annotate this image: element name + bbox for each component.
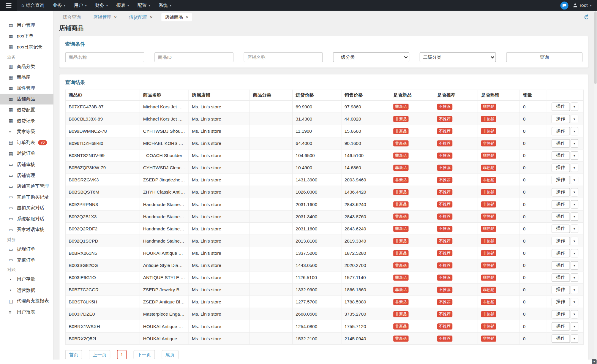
refresh-button[interactable] [584, 14, 589, 20]
sidebar-item[interactable]: ≡ 用户报表 [0, 307, 53, 318]
action-button[interactable]: 操作 [552, 139, 570, 147]
action-button[interactable]: 操作 [552, 249, 570, 257]
sidebar-item[interactable]: ▦ pos下单 [0, 31, 53, 42]
action-button[interactable]: 操作 [552, 163, 570, 172]
action-button[interactable]: 操作 [552, 127, 570, 135]
action-button[interactable]: 操作 [552, 151, 570, 159]
nav-item[interactable]: 系统 ▾ [154, 0, 176, 11]
action-dropdown-button[interactable]: ▾ [571, 163, 578, 172]
close-icon[interactable]: × [150, 15, 153, 19]
nav-item[interactable]: 财务 ▾ [91, 0, 112, 11]
nav-item[interactable]: 用户 ▾ [70, 0, 91, 11]
tab-store-products[interactable]: 店铺商品 × [161, 13, 192, 21]
sidebar-item[interactable]: ▥ 商品分类 [0, 61, 53, 72]
category1-select[interactable]: 一级分类 [333, 52, 409, 62]
action-button[interactable]: 操作 [552, 102, 570, 111]
nav-item[interactable]: ⌂ 综合查询 [17, 0, 49, 11]
pagination-current-page[interactable]: 1 [117, 350, 127, 359]
user-menu[interactable]: root ▾ [573, 3, 592, 8]
action-dropdown-button[interactable]: ▾ [571, 139, 578, 147]
sidebar-item[interactable]: ▦ 商品库 [0, 72, 53, 83]
sidebar-item[interactable]: ◔ 用户存量 [0, 274, 53, 285]
scroll-down-button[interactable]: ▼ [592, 359, 597, 364]
category2-select[interactable]: 二级分类 [420, 52, 496, 62]
action-dropdown-button[interactable]: ▾ [571, 212, 578, 221]
action-button[interactable]: 操作 [552, 322, 570, 330]
scrollbar-thumb[interactable] [594, 12, 597, 84]
action-button[interactable]: 操作 [552, 224, 570, 233]
nav-item[interactable]: 配置 ▾ [133, 0, 154, 11]
action-dropdown-button[interactable]: ▾ [571, 115, 578, 123]
sidebar-item[interactable]: ▭ 店铺管理 [0, 170, 53, 181]
pagination-next-button[interactable]: 下一页 [133, 350, 155, 359]
sidebar-item[interactable]: ▭ 充值订单 [0, 255, 53, 266]
action-button[interactable]: 操作 [552, 297, 570, 306]
search-button[interactable]: 查询 [506, 52, 582, 62]
action-button[interactable]: 操作 [552, 212, 570, 221]
action-dropdown-button[interactable]: ▾ [571, 285, 578, 294]
sidebar-item[interactable]: ▦ 店铺商品 [0, 94, 53, 105]
sidebar-item[interactable]: ▤ 退货订单 [0, 148, 53, 159]
chat-button[interactable] [560, 1, 568, 9]
tab-store-management[interactable]: 店铺管理 × [90, 13, 120, 21]
action-dropdown-button[interactable]: ▾ [571, 127, 578, 135]
action-button[interactable]: 操作 [552, 237, 570, 245]
sidebar-item[interactable]: ◔ 运营数据 [0, 285, 53, 296]
action-dropdown-button[interactable]: ▾ [571, 224, 578, 233]
action-dropdown-button[interactable]: ▾ [571, 188, 578, 196]
store-name-input[interactable] [244, 52, 323, 62]
sidebar-item[interactable]: ▭ 店铺直通车管理 [0, 181, 53, 192]
sidebar-item[interactable]: ▦ 属性管理 [0, 83, 53, 94]
scrollbar[interactable] [594, 11, 597, 360]
action-button[interactable]: 操作 [552, 285, 570, 294]
action-dropdown-button[interactable]: ▾ [571, 297, 578, 306]
action-button[interactable]: 操作 [552, 310, 570, 318]
action-dropdown-button[interactable]: ▾ [571, 237, 578, 245]
action-dropdown-button[interactable]: ▾ [571, 151, 578, 159]
product-id-input[interactable] [154, 52, 233, 62]
pagination-prev-button[interactable]: 上一页 [89, 350, 110, 359]
pagination-first-button[interactable]: 首页 [65, 350, 82, 359]
action-dropdown-button[interactable]: ▾ [571, 261, 578, 269]
close-icon[interactable]: × [114, 15, 117, 19]
action-button[interactable]: 操作 [552, 188, 570, 196]
sidebar-item[interactable]: ▭ 系统客服对话 [0, 213, 53, 224]
product-name-input[interactable] [65, 52, 144, 62]
is-new-cell: 非新品 [390, 284, 434, 296]
action-dropdown-button[interactable]: ▾ [571, 200, 578, 208]
action-button[interactable]: 操作 [552, 200, 570, 208]
action-dropdown-button[interactable]: ▾ [571, 322, 578, 330]
sidebar-item[interactable]: ▦ 借贷配置 [0, 105, 53, 115]
action-button[interactable]: 操作 [552, 175, 570, 184]
action-dropdown-button[interactable]: ▾ [571, 273, 578, 281]
column-header: 商品分类 [250, 90, 293, 100]
action-button[interactable]: 操作 [552, 261, 570, 269]
sidebar-item[interactable]: ▭ 提现订单 [0, 244, 53, 255]
tab-loan-config[interactable]: 借贷配置 × [126, 13, 156, 21]
tab-overview[interactable]: 综合查询 [59, 13, 84, 21]
sidebar-item[interactable]: ▭ 买家对话审核 [0, 224, 53, 235]
nav-item[interactable]: 业务 ▾ [48, 0, 70, 11]
action-dropdown-button[interactable]: ▾ [571, 249, 578, 257]
action-dropdown-button[interactable]: ▾ [571, 310, 578, 318]
action-button[interactable]: 操作 [552, 334, 570, 343]
action-button[interactable]: 操作 [552, 273, 570, 281]
close-icon[interactable]: × [186, 15, 189, 19]
action-dropdown-button[interactable]: ▾ [571, 334, 578, 343]
sidebar-item[interactable]: ◫ 代理商充提报表 [0, 296, 53, 307]
sidebar-item[interactable]: ≡ 卖家等级 [0, 126, 53, 137]
sidebar-item[interactable]: ▦ pos日志记录 [0, 42, 53, 53]
sidebar-item[interactable]: ▭ 店铺审核 [0, 159, 53, 170]
menu-toggle-button[interactable] [0, 0, 17, 11]
pagination-last-button[interactable]: 尾页 [162, 350, 179, 359]
is-hot-cell: 非热销 [478, 125, 520, 137]
action-button[interactable]: 操作 [552, 115, 570, 123]
sidebar-item[interactable]: ▭ 虚拟买家对话 [0, 203, 53, 214]
action-dropdown-button[interactable]: ▾ [571, 175, 578, 184]
sidebar-item[interactable]: ▭ 直通车购买记录 [0, 192, 53, 203]
sidebar-item[interactable]: ▦ 借贷记录 [0, 115, 53, 126]
sidebar-item[interactable]: ▤ 用户管理 [0, 20, 53, 31]
action-dropdown-button[interactable]: ▾ [571, 102, 578, 111]
nav-item[interactable]: 报表 ▾ [112, 0, 133, 11]
sidebar-item[interactable]: ▤ 订单列表 70 [0, 137, 53, 148]
